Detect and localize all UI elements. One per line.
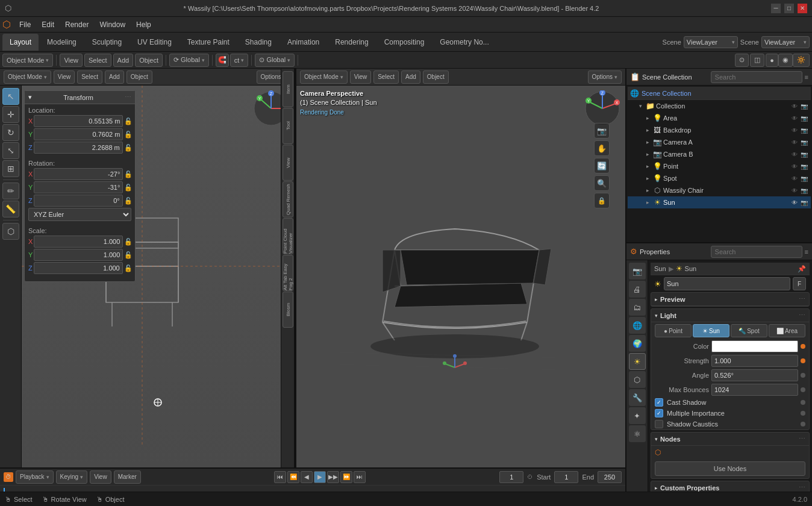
move-tool[interactable]: ✛ [2, 106, 19, 123]
zoom-btn[interactable]: 🔍 [594, 175, 610, 191]
color-swatch[interactable] [711, 340, 798, 352]
right-vp-select[interactable]: Select [373, 70, 399, 84]
outliner-backdrop[interactable]: ▸ 🖼 Backdrop 👁 📷 [628, 124, 811, 136]
camera-gizmo-btn[interactable]: 📷 [594, 123, 610, 139]
cameraa-cam[interactable]: 📷 [800, 138, 808, 146]
left-vp-mode[interactable]: Object Mode [4, 70, 51, 84]
mode-selector[interactable]: Object Mode [2, 54, 53, 67]
menu-file[interactable]: File [14, 19, 36, 30]
transform-orient[interactable]: ⟳ Global [169, 54, 209, 67]
breadcrumb-sun2[interactable]: Sun [685, 265, 697, 272]
output-props-btn[interactable]: 🖨 [629, 281, 646, 298]
viewport-material[interactable]: ◉ [778, 54, 793, 67]
scale-x-lock[interactable]: 🔓 [124, 237, 133, 246]
transform-tool[interactable]: ⊞ [2, 160, 19, 177]
outliner-spot[interactable]: ▸ 💡 Spot 👁 📷 [628, 172, 811, 184]
use-nodes-button[interactable]: Use Nodes [655, 461, 805, 476]
spot-cam[interactable]: 📷 [800, 174, 808, 183]
jump-fwd-btn[interactable]: ▶▶ [327, 471, 339, 483]
outliner-area[interactable]: ▸ 💡 Area 👁 📷 [628, 112, 811, 124]
lock-btn[interactable]: 🔒 [594, 193, 610, 208]
light-header[interactable]: ▾ Light ⋯ [651, 309, 809, 322]
rot-x-lock[interactable]: 🔓 [124, 169, 133, 179]
outliner-search-input[interactable] [711, 71, 802, 83]
object-btn[interactable]: Object [135, 54, 163, 67]
outliner-camera-b[interactable]: ▸ 📷 Camera B 👁 📷 [628, 148, 811, 160]
menu-window[interactable]: Window [95, 19, 130, 30]
strength-value[interactable]: 1.000 [711, 355, 798, 367]
vp-add-menu[interactable]: Add [105, 70, 124, 84]
menu-render[interactable]: Render [60, 19, 93, 30]
angle-value[interactable]: 0.526° [711, 369, 798, 381]
render-props-btn[interactable]: 📷 [629, 263, 646, 280]
proportional-edit[interactable]: ⊙ Global [255, 54, 295, 67]
view-btn[interactable]: View [60, 54, 83, 67]
camerab-eye[interactable]: 👁 [790, 150, 799, 158]
vp-view-menu[interactable]: View [54, 70, 75, 84]
wassily-cam[interactable]: 📷 [800, 186, 808, 195]
area-eye[interactable]: 👁 [790, 114, 799, 122]
object-data-props-btn[interactable]: ☀ [629, 353, 646, 370]
rot-z-lock[interactable]: 🔓 [124, 196, 133, 205]
side-tab-view[interactable]: View [283, 145, 293, 181]
end-frame-input[interactable] [598, 471, 622, 483]
right-vp-view[interactable]: View [350, 70, 372, 84]
right-viewport[interactable]: Object Mode View Select Add Object Optio… [295, 69, 625, 467]
menu-edit[interactable]: Edit [37, 19, 59, 30]
loc-x-input[interactable] [34, 115, 123, 127]
point-eye[interactable]: 👁 [790, 162, 799, 170]
add-btn[interactable]: Add [113, 54, 134, 67]
point-cam[interactable]: 📷 [800, 162, 808, 170]
euler-mode-select[interactable]: XYZ Euler [28, 208, 131, 221]
outliner-point[interactable]: ▸ 💡 Point 👁 📷 [628, 160, 811, 172]
tab-texture-paint[interactable]: Texture Paint [180, 34, 237, 51]
backdrop-cam[interactable]: 📷 [800, 126, 808, 134]
select-btn[interactable]: Select [84, 54, 111, 67]
tab-uv-editing[interactable]: UV Editing [130, 34, 179, 51]
keying-menu[interactable]: Keying [56, 470, 88, 484]
rot-x-input[interactable] [34, 168, 123, 180]
pan-btn[interactable]: ✋ [594, 140, 610, 156]
fake-user-btn[interactable]: F [793, 277, 806, 290]
vp-object-menu[interactable]: Object [126, 70, 152, 84]
tab-animation[interactable]: Animation [280, 34, 326, 51]
spot-eye[interactable]: 👁 [790, 174, 799, 183]
jump-back-btn[interactable]: ◀ [301, 471, 313, 483]
cameraa-eye[interactable]: 👁 [790, 138, 799, 146]
preview-header[interactable]: ▸ Preview ⋯ [651, 293, 809, 306]
axis-gizmo-right[interactable]: X Y Z [584, 90, 620, 126]
nodes-header[interactable]: ▾ Nodes ⋯ [651, 433, 809, 446]
tab-layout[interactable]: Layout [2, 34, 39, 51]
physics-props-btn[interactable]: ⚛ [629, 425, 646, 442]
modifier-props-btn[interactable]: 🔧 [629, 389, 646, 406]
transform-panel-header[interactable]: ▾ Transform ⋯ [25, 91, 135, 104]
scale-y-input[interactable] [34, 249, 123, 261]
viewport-solid[interactable]: ● [766, 54, 778, 67]
marker-menu[interactable]: Marker [114, 470, 141, 484]
sun-cam[interactable]: 📷 [800, 198, 808, 207]
scene-selector[interactable]: ViewLayer ▾ [684, 36, 738, 48]
orbit-btn[interactable]: 🔄 [594, 158, 610, 173]
collection-eye[interactable]: 👁 [790, 102, 799, 110]
point-light-btn[interactable]: ● Point [655, 324, 692, 337]
side-tab-altfog[interactable]: Alt Tab Easy Fog 2 [283, 255, 293, 291]
right-vp-add[interactable]: Add [401, 70, 420, 84]
scale-z-lock[interactable]: 🔓 [124, 263, 133, 273]
tab-sculpting[interactable]: Sculpting [85, 34, 129, 51]
outliner-filter-btn[interactable]: ≡ [805, 73, 808, 81]
tab-modeling[interactable]: Modeling [40, 34, 84, 51]
minimize-button[interactable]: ─ [771, 4, 781, 13]
breadcrumb-sun1[interactable]: Sun [654, 265, 666, 272]
add-primitive-tool[interactable]: ⬡ [2, 223, 19, 240]
side-tab-quad[interactable]: Quad Remesh [283, 181, 293, 217]
object-props-btn[interactable]: ⬡ [629, 371, 646, 388]
max-bounces-value[interactable]: 1024 [711, 384, 798, 396]
overlay-btn[interactable]: ⊙ [735, 54, 749, 67]
cast-shadow-checkbox[interactable]: ✓ [655, 398, 663, 407]
close-button[interactable]: ✕ [798, 4, 807, 13]
rot-y-input[interactable] [34, 181, 123, 193]
area-cam[interactable]: 📷 [800, 114, 808, 122]
timeline-view-menu[interactable]: View [90, 470, 111, 484]
loc-x-lock[interactable]: 🔓 [124, 116, 133, 126]
current-frame-input[interactable] [499, 471, 523, 483]
